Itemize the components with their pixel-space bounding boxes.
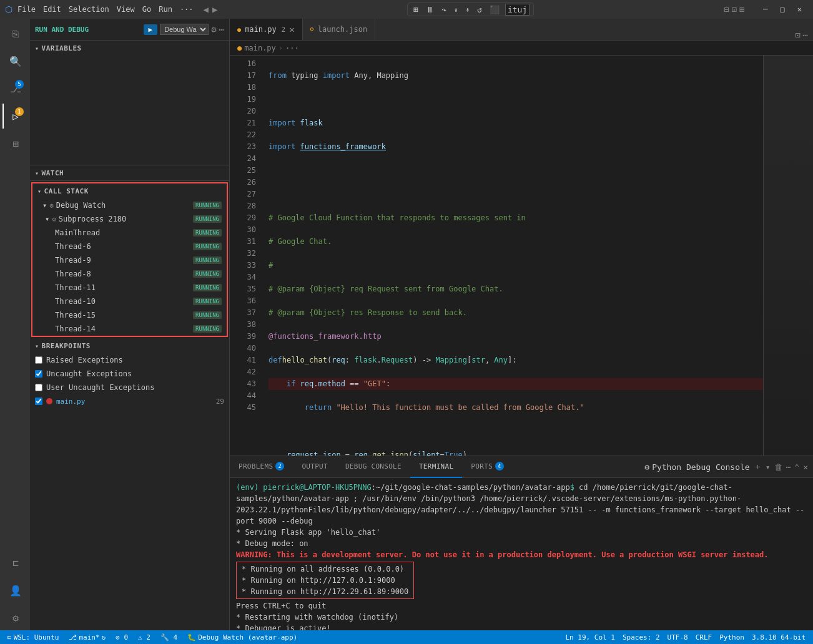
- status-language[interactable]: Python: [717, 633, 747, 642]
- debug-settings-button[interactable]: ⚙: [211, 24, 216, 34]
- tab-dirty-main-py: 2: [282, 26, 286, 34]
- callstack-item-thread8[interactable]: Thread-8 RUNNING: [32, 267, 227, 281]
- activity-run-debug[interactable]: ▷ 1: [2, 104, 27, 129]
- debug-stop-button[interactable]: ⬛: [488, 4, 501, 15]
- nav-back-button[interactable]: ◀: [204, 4, 209, 14]
- tab-main-py[interactable]: ● main.py 2 ✕: [230, 19, 303, 40]
- callstack-item-thread6[interactable]: Thread-6 RUNNING: [32, 240, 227, 253]
- window-close-button[interactable]: ✕: [791, 4, 808, 15]
- layout-split-button[interactable]: ⊞: [739, 4, 744, 14]
- status-position[interactable]: Ln 19, Col 1: [563, 633, 617, 642]
- panel-tab-debug-console[interactable]: DEBUG CONSOLE: [337, 456, 410, 478]
- panel-tab-output[interactable]: OUTPUT: [293, 456, 337, 478]
- menu-go[interactable]: Go: [142, 5, 151, 14]
- bp-raised-checkbox[interactable]: [35, 356, 42, 364]
- activity-source-control[interactable]: ⎇ 5: [2, 76, 27, 101]
- tab-launch-json[interactable]: ⚙ launch.json: [303, 19, 376, 40]
- panel-close-button[interactable]: ✕: [803, 462, 808, 472]
- code-line-25: # @param {Object} req Request sent from …: [269, 283, 763, 295]
- variables-section: ▾ VARIABLES: [30, 41, 229, 165]
- code-content[interactable]: from typing import Any, Mapping import f…: [261, 56, 763, 456]
- menu-file[interactable]: File: [17, 5, 36, 14]
- callstack-item-thread11[interactable]: Thread-11 RUNNING: [32, 281, 227, 295]
- menu-run[interactable]: Run: [159, 5, 172, 14]
- variables-chevron: ▾: [35, 45, 39, 52]
- debug-pause-button[interactable]: ⏸: [424, 4, 436, 15]
- activity-extensions[interactable]: ⊞: [2, 131, 27, 156]
- panel-tab-ports[interactable]: PORTS 4: [462, 456, 513, 478]
- debug-restart-button[interactable]: ↺: [475, 4, 484, 15]
- terminal-line-debug: * Debug mode: on: [236, 538, 807, 549]
- tab-close-main-py[interactable]: ✕: [289, 25, 294, 34]
- breadcrumb-more[interactable]: ···: [285, 44, 299, 52]
- run-debug-title: RUN AND DEBUG: [35, 26, 89, 34]
- bp-user-uncaught-checkbox[interactable]: [35, 384, 42, 391]
- callstack-item-thread15[interactable]: Thread-15 RUNNING: [32, 308, 227, 322]
- callstack-item-mainthread[interactable]: MainThread RUNNING: [32, 226, 227, 240]
- callstack-item-thread9[interactable]: Thread-9 RUNNING: [32, 253, 227, 267]
- callstack-header[interactable]: ▾ CALL STACK: [32, 183, 227, 198]
- menu-edit[interactable]: Edit: [43, 5, 61, 14]
- activity-settings[interactable]: ⚙: [2, 605, 27, 630]
- activity-search[interactable]: 🔍: [2, 49, 27, 74]
- tab-split-button[interactable]: ⊡: [795, 30, 800, 40]
- breakpoints-header[interactable]: ▾ BREAKPOINTS: [30, 338, 229, 353]
- status-version[interactable]: 3.8.10 64-bit: [749, 633, 808, 642]
- status-encoding[interactable]: UTF-8: [665, 633, 691, 642]
- breadcrumb-file[interactable]: main.py: [244, 44, 276, 52]
- debug-step-out-button[interactable]: ↟: [463, 5, 471, 14]
- status-info[interactable]: 🔧 4: [158, 630, 180, 644]
- debug-config-dropdown[interactable]: Debug Wa: [160, 24, 209, 35]
- callstack-item-subprocess[interactable]: ▾ ⚙ Subprocess 2180 RUNNING: [32, 212, 227, 226]
- tabs-bar: ● main.py 2 ✕ ⚙ launch.json ⊡ ⋯: [230, 19, 813, 41]
- debug-more-button[interactable]: ⋯: [219, 24, 224, 34]
- code-line-24: #: [269, 260, 763, 271]
- bp-user-uncaught: User Uncaught Exceptions: [30, 381, 229, 394]
- window-maximize-button[interactable]: □: [774, 4, 791, 15]
- menu-view[interactable]: View: [117, 5, 135, 14]
- panel-more-button[interactable]: ⋯: [786, 462, 791, 472]
- status-line-ending[interactable]: CRLF: [693, 633, 715, 642]
- callstack-item-thread14[interactable]: Thread-14 RUNNING: [32, 322, 227, 336]
- panel-terminal-selector[interactable]: ▾: [766, 462, 771, 472]
- panel-maximize-button[interactable]: ⌃: [794, 462, 799, 472]
- debug-config-selector[interactable]: ituj: [505, 4, 530, 16]
- bp-mainpy-checkbox[interactable]: [35, 398, 42, 405]
- callstack-item-debug-watch[interactable]: ▾ ⚙ Debug Watch RUNNING: [32, 198, 227, 212]
- titlebar: ⬡ File Edit Selection View Go Run ··· ◀ …: [0, 0, 813, 19]
- activity-explorer[interactable]: ⎘: [2, 21, 27, 46]
- nav-forward-button[interactable]: ▶: [212, 4, 217, 14]
- panel-tab-output-label: OUTPUT: [302, 462, 328, 471]
- activity-remote[interactable]: ⊏: [2, 550, 27, 575]
- activity-account[interactable]: 👤: [2, 578, 27, 603]
- debug-step-into-button[interactable]: ↡: [452, 5, 460, 14]
- layout-button2[interactable]: ⊡: [731, 4, 736, 14]
- status-branch[interactable]: ⎇ main* ↻: [66, 630, 108, 644]
- panel-trash-button[interactable]: 🗑: [774, 462, 782, 472]
- status-wsl[interactable]: ⊏ WSL: Ubuntu: [5, 630, 61, 644]
- gear-icon: ⚙: [49, 202, 54, 210]
- start-debug-button[interactable]: ▶: [144, 24, 158, 35]
- debug-continue-button[interactable]: ⊞: [411, 4, 420, 15]
- status-errors[interactable]: ⊘ 0: [113, 630, 131, 644]
- panel-tab-terminal[interactable]: TERMINAL: [410, 456, 462, 478]
- watch-header[interactable]: ▾ WATCH: [30, 165, 229, 180]
- panel-tab-debug-console-label: DEBUG CONSOLE: [345, 462, 402, 471]
- debug-step-over-button[interactable]: ↷: [440, 4, 448, 15]
- status-warnings[interactable]: ⚠ 2: [136, 630, 153, 644]
- layout-button[interactable]: ⊟: [724, 4, 729, 14]
- variables-header[interactable]: ▾ VARIABLES: [30, 41, 229, 56]
- callstack-item-thread10[interactable]: Thread-10 RUNNING: [32, 295, 227, 308]
- panel-add-terminal[interactable]: ＋: [754, 461, 762, 472]
- activity-bar: ⎘ 🔍 ⎇ 5 ▷ 1 ⊞ ⊏ 👤 ⚙: [0, 19, 30, 630]
- window-minimize-button[interactable]: ─: [757, 4, 774, 15]
- run-debug-header: RUN AND DEBUG ▶ Debug Wa ⚙ ⋯: [30, 19, 229, 41]
- status-spaces[interactable]: Spaces: 2: [620, 633, 663, 642]
- terminal-content[interactable]: (env) pierrick@LAPTOP-HKU5PNNG:~/git/goo…: [230, 478, 813, 630]
- menu-more[interactable]: ···: [180, 5, 194, 14]
- tab-more-button[interactable]: ⋯: [803, 30, 808, 40]
- panel-tab-problems[interactable]: PROBLEMS 2: [230, 456, 293, 478]
- bp-uncaught-checkbox[interactable]: [35, 370, 42, 378]
- menu-selection[interactable]: Selection: [69, 5, 109, 14]
- status-debug[interactable]: 🐛 Debug Watch (avatar-app): [185, 630, 300, 644]
